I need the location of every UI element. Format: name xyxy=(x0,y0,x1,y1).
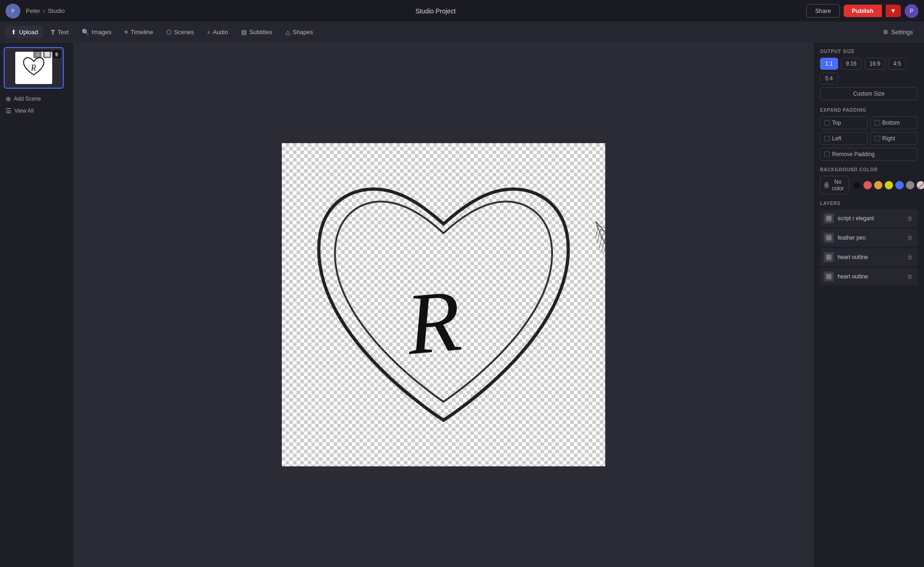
share-button[interactable]: Share xyxy=(806,4,840,18)
main-area: ☰ ⬜ 🗑 R ⊕ Add Scene ☰ View All xyxy=(0,42,924,567)
padding-bottom-button[interactable]: Bottom xyxy=(870,116,918,129)
layer-delete-icon[interactable]: 🗑 xyxy=(906,253,914,261)
color-swatch-5[interactable] xyxy=(906,181,914,189)
images-icon: 🔍 xyxy=(82,29,89,36)
color-swatch-3[interactable] xyxy=(885,181,893,189)
shapes-button[interactable]: △ Shapes xyxy=(280,26,319,38)
padding-top-label: Top xyxy=(832,120,841,126)
settings-icon: ⚙ xyxy=(883,29,888,36)
layer-item-1[interactable]: feather pen 🗑 xyxy=(820,229,918,247)
timeline-label: Timeline xyxy=(131,29,153,36)
breadcrumb: Peter › Studio xyxy=(26,7,65,14)
padding-top-icon xyxy=(824,120,830,126)
remove-padding-button[interactable]: Remove Padding xyxy=(820,148,918,161)
canvas-svg: R xyxy=(282,143,605,466)
layer-thumbnail xyxy=(824,233,834,243)
layer-name: heart outline xyxy=(838,273,903,280)
layer-thumbnail xyxy=(824,213,834,223)
audio-label: Audio xyxy=(213,29,228,36)
color-swatch-0[interactable] xyxy=(853,181,861,189)
project-title: Studio Project xyxy=(70,7,801,15)
layer-name: heart outline xyxy=(838,254,903,260)
shapes-icon: △ xyxy=(286,29,290,36)
layer-name: feather pen xyxy=(838,235,903,241)
add-scene-label: Add Scene xyxy=(14,96,41,102)
shapes-label: Shapes xyxy=(293,29,313,36)
scene-delete-icon[interactable]: 🗑 xyxy=(53,50,61,58)
size-btn-4-5[interactable]: 4:5 xyxy=(888,58,906,70)
padding-left-button[interactable]: Left xyxy=(820,132,868,145)
layer-item-0[interactable]: script r elegant 🗑 xyxy=(820,210,918,227)
settings-button[interactable]: ⚙ Settings xyxy=(877,26,918,38)
publish-button[interactable]: Publish xyxy=(844,5,882,17)
size-buttons: 1:19:1616:94:55:4 xyxy=(820,58,918,84)
layer-item-2[interactable]: heart outline 🗑 xyxy=(820,248,918,266)
layer-delete-icon[interactable]: 🗑 xyxy=(906,272,914,281)
settings-label: Settings xyxy=(891,29,913,36)
layer-delete-icon[interactable]: 🗑 xyxy=(906,214,914,223)
scene-thumbnail[interactable]: ☰ ⬜ 🗑 R xyxy=(4,47,64,89)
color-swatch-6[interactable] xyxy=(917,181,924,189)
background-color-section-label: BACKGROUND COLOR xyxy=(820,167,918,172)
subtitles-label: Subtitles xyxy=(249,29,273,36)
padding-right-button[interactable]: Right xyxy=(870,132,918,145)
publish-arrow-button[interactable]: ▼ xyxy=(886,5,901,17)
layer-name: script r elegant xyxy=(838,215,903,222)
padding-right-icon xyxy=(875,136,880,141)
layer-item-3[interactable]: heart outline 🗑 xyxy=(820,268,918,285)
scenes-button[interactable]: ⬡ Scenes xyxy=(161,26,200,38)
custom-size-button[interactable]: Custom Size xyxy=(820,87,918,100)
view-all-button[interactable]: ☰ View All xyxy=(4,106,70,115)
layers-section-label: LAYERS xyxy=(820,201,918,206)
canvas[interactable]: R xyxy=(282,143,605,466)
size-btn-5-4[interactable]: 5:4 xyxy=(820,72,838,84)
subtitles-icon: ▤ xyxy=(241,29,247,36)
padding-top-button[interactable]: Top xyxy=(820,116,868,129)
upload-label: Upload xyxy=(19,29,38,36)
timeline-button[interactable]: ≡ Timeline xyxy=(119,26,158,38)
color-swatch-1[interactable] xyxy=(863,181,872,189)
size-btn-9-16[interactable]: 9:16 xyxy=(841,58,862,70)
padding-bottom-icon xyxy=(875,120,880,126)
expand-padding-section-label: EXPAND PADDING xyxy=(820,108,918,113)
scene-duplicate-icon[interactable]: ⬜ xyxy=(43,50,51,58)
add-scene-button[interactable]: ⊕ Add Scene xyxy=(4,94,70,103)
text-label: Text xyxy=(58,29,69,36)
svg-text:P: P xyxy=(12,9,15,14)
padding-left-icon xyxy=(824,136,830,141)
scene-actions: ⊕ Add Scene ☰ View All xyxy=(4,92,70,117)
svg-rect-32 xyxy=(827,274,831,279)
padding-left-label: Left xyxy=(832,135,841,142)
toolbar: ⬆ Upload T Text 🔍 Images ≡ Timeline ⬡ Sc… xyxy=(0,22,924,42)
color-swatch-2[interactable] xyxy=(874,181,882,189)
view-all-label: View All xyxy=(14,108,34,114)
svg-rect-28 xyxy=(827,235,831,240)
upload-button[interactable]: ⬆ Upload xyxy=(6,26,43,38)
padding-right-label: Right xyxy=(882,135,895,142)
audio-button[interactable]: ♪ Audio xyxy=(201,26,234,38)
upload-icon: ⬆ xyxy=(11,29,16,36)
no-color-button[interactable]: ✕ No color xyxy=(820,176,849,194)
avatar-button[interactable]: P xyxy=(905,4,918,18)
output-size-section-label: OUTPUT SIZE xyxy=(820,49,918,54)
top-navigation: P Peter › Studio Studio Project Share Pu… xyxy=(0,0,924,22)
scene-thumb-actions: ☰ ⬜ 🗑 xyxy=(33,50,61,58)
layer-delete-icon[interactable]: 🗑 xyxy=(906,234,914,242)
remove-padding-icon xyxy=(824,151,830,157)
size-btn-16-9[interactable]: 16:9 xyxy=(864,58,885,70)
images-button[interactable]: 🔍 Images xyxy=(76,26,117,38)
svg-line-24 xyxy=(918,182,924,189)
size-btn-1-1[interactable]: 1:1 xyxy=(820,58,838,70)
right-panel: OUTPUT SIZE 1:19:1616:94:55:4 Custom Siz… xyxy=(813,42,924,567)
remove-padding-label: Remove Padding xyxy=(832,151,875,157)
text-button[interactable]: T Text xyxy=(45,26,74,39)
color-swatches xyxy=(853,181,924,189)
breadcrumb-user[interactable]: Peter xyxy=(26,7,40,14)
scenes-label: Scenes xyxy=(174,29,194,36)
scene-menu-icon[interactable]: ☰ xyxy=(33,50,42,58)
subtitles-button[interactable]: ▤ Subtitles xyxy=(236,26,278,38)
svg-text:R: R xyxy=(402,271,465,373)
svg-rect-26 xyxy=(827,216,831,221)
svg-text:R: R xyxy=(30,63,36,72)
color-swatch-4[interactable] xyxy=(895,181,904,189)
